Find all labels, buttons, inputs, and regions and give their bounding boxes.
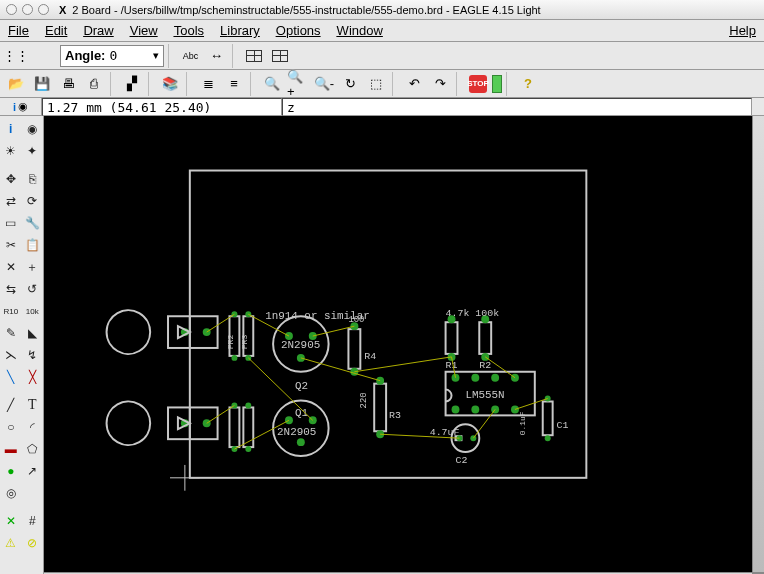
miter-tool-icon[interactable]: ◣ — [22, 322, 44, 344]
info-tool-icon[interactable]: i — [0, 118, 22, 140]
svg-point-8 — [203, 419, 211, 427]
group-tool-icon[interactable]: ▭ — [0, 212, 22, 234]
menu-file[interactable]: File — [8, 23, 29, 38]
help-icon[interactable]: ? — [516, 72, 540, 96]
q2-part-label: 2N2905 — [277, 426, 316, 438]
signal-tool-icon[interactable]: ↗ — [22, 460, 44, 482]
go-icon[interactable] — [492, 75, 502, 93]
print-icon[interactable]: 🖶 — [56, 72, 80, 96]
zoom-redraw-icon[interactable]: ↻ — [338, 72, 362, 96]
zoom-fit-icon[interactable]: 🔍 — [260, 72, 284, 96]
display-tool-icon[interactable]: ☀ — [0, 140, 22, 162]
board-canvas[interactable]: 2N2905 Q2 Q1 2N2905 1n914 or similar — [44, 116, 752, 572]
open-icon[interactable]: 📂 — [4, 72, 28, 96]
r2 — [479, 315, 491, 361]
svg-line-67 — [473, 409, 495, 438]
pinswap-tool-icon[interactable]: ⇆ — [0, 278, 22, 300]
script-icon[interactable]: ≣ — [196, 72, 220, 96]
zoom-out-icon[interactable]: 🔍- — [312, 72, 336, 96]
polygon-tool-icon[interactable]: ⬠ — [22, 438, 44, 460]
split-tool-icon[interactable]: ⋋ — [0, 344, 22, 366]
menu-bar: File Edit Draw View Tools Library Option… — [0, 20, 764, 42]
svg-point-57 — [545, 435, 551, 441]
angle-input[interactable] — [109, 48, 149, 63]
r1 — [446, 315, 458, 361]
menu-window[interactable]: Window — [337, 23, 383, 38]
svg-point-19 — [245, 402, 251, 408]
mirror-tool-icon[interactable]: ⇄ — [0, 190, 22, 212]
delete-tool-icon[interactable]: ✕ — [0, 256, 22, 278]
svg-rect-36 — [446, 322, 458, 354]
arc-tool-icon[interactable]: ◜ — [22, 416, 44, 438]
value-tool-icon[interactable]: 10k — [22, 300, 44, 322]
c1 — [543, 396, 553, 442]
zoom-select-icon[interactable]: ⬚ — [364, 72, 388, 96]
svg-point-14 — [231, 355, 237, 361]
command-input[interactable] — [282, 98, 752, 116]
change-tool-icon[interactable]: 🔧 — [22, 212, 44, 234]
menu-draw[interactable]: Draw — [83, 23, 113, 38]
param-toolbar: ⋮⋮ Angle: ▾ Abc ↔ — [0, 42, 764, 70]
text-style-icon[interactable]: Abc — [178, 44, 202, 68]
smash-tool-icon[interactable]: ✎ — [0, 322, 22, 344]
erc-tool-icon[interactable]: ⚠ — [0, 532, 22, 554]
name-tool-icon[interactable]: R10 — [0, 300, 22, 322]
replace-tool-icon[interactable]: ↺ — [22, 278, 44, 300]
optimize-tool-icon[interactable]: ↯ — [22, 344, 44, 366]
board-schematic-icon[interactable]: ▞ — [120, 72, 144, 96]
copy-tool-icon[interactable]: ⎘ — [22, 168, 44, 190]
mark-tool-icon[interactable]: ✦ — [22, 140, 44, 162]
menu-tools[interactable]: Tools — [174, 23, 204, 38]
zoom-window-icon[interactable] — [38, 4, 49, 15]
angle-label: Angle: — [65, 48, 105, 63]
grid-a-icon[interactable] — [242, 44, 266, 68]
rotate-tool-icon[interactable]: ⟳ — [22, 190, 44, 212]
route-tool-icon[interactable]: ╲ — [0, 366, 22, 388]
circle-tool-icon[interactable]: ○ — [0, 416, 22, 438]
ratsnest-tool-icon[interactable]: ✕ — [0, 510, 22, 532]
pr2-label: PR2 — [226, 334, 235, 349]
menu-library[interactable]: Library — [220, 23, 260, 38]
move-tool-icon[interactable]: ✥ — [0, 168, 22, 190]
show-tool-icon[interactable]: ◉ — [22, 118, 44, 140]
ripup-tool-icon[interactable]: ╳ — [22, 366, 44, 388]
workspace: i◉ ☀✦ ✥⎘ ⇄⟳ ▭🔧 ✂📋 ✕＋ ⇆↺ R1010k ✎◣ ⋋↯ ╲╳ … — [0, 116, 764, 574]
svg-rect-55 — [543, 401, 553, 435]
rect-tool-icon[interactable]: ▬ — [0, 438, 22, 460]
r2-ref: R2 — [479, 360, 491, 371]
menu-view[interactable]: View — [130, 23, 158, 38]
dimension-icon[interactable]: ↔ — [204, 44, 228, 68]
text-tool-icon[interactable]: T — [22, 394, 44, 416]
grid-b-icon[interactable] — [268, 44, 292, 68]
redo-icon[interactable]: ↷ — [428, 72, 452, 96]
cut-tool-icon[interactable]: ✂ — [0, 234, 22, 256]
close-window-icon[interactable] — [6, 4, 17, 15]
menu-edit[interactable]: Edit — [45, 23, 67, 38]
menu-options[interactable]: Options — [276, 23, 321, 38]
paste-tool-icon[interactable]: 📋 — [22, 234, 44, 256]
r4-ref: R4 — [364, 351, 376, 362]
minimize-window-icon[interactable] — [22, 4, 33, 15]
angle-dropdown-icon[interactable]: ▾ — [153, 49, 159, 62]
grid-small-icon[interactable]: ⋮⋮ — [4, 44, 28, 68]
undo-icon[interactable]: ↶ — [402, 72, 426, 96]
led-resistors-bottom — [229, 402, 253, 452]
errors-tool-icon[interactable]: ⊘ — [22, 532, 44, 554]
add-tool-icon[interactable]: ＋ — [22, 256, 44, 278]
ulp-icon[interactable]: ≡ — [222, 72, 246, 96]
layer-display-icon[interactable]: i ◉ — [0, 98, 42, 115]
library-icon[interactable]: 📚 — [158, 72, 182, 96]
menu-help[interactable]: Help — [729, 23, 756, 38]
cam-icon[interactable]: ⎙ — [82, 72, 106, 96]
zoom-in-icon[interactable]: 🔍+ — [286, 72, 310, 96]
auto-tool-icon[interactable]: # — [22, 510, 44, 532]
wire-tool-icon[interactable]: ╱ — [0, 394, 22, 416]
save-icon[interactable]: 💾 — [30, 72, 54, 96]
svg-point-4 — [203, 328, 211, 336]
stop-icon[interactable]: STOP — [466, 72, 490, 96]
vertical-scrollbar[interactable] — [752, 116, 764, 572]
hole-tool-icon[interactable]: ◎ — [0, 482, 22, 504]
window-controls[interactable] — [6, 4, 49, 15]
led-top — [107, 310, 218, 354]
via-tool-icon[interactable]: ● — [0, 460, 22, 482]
